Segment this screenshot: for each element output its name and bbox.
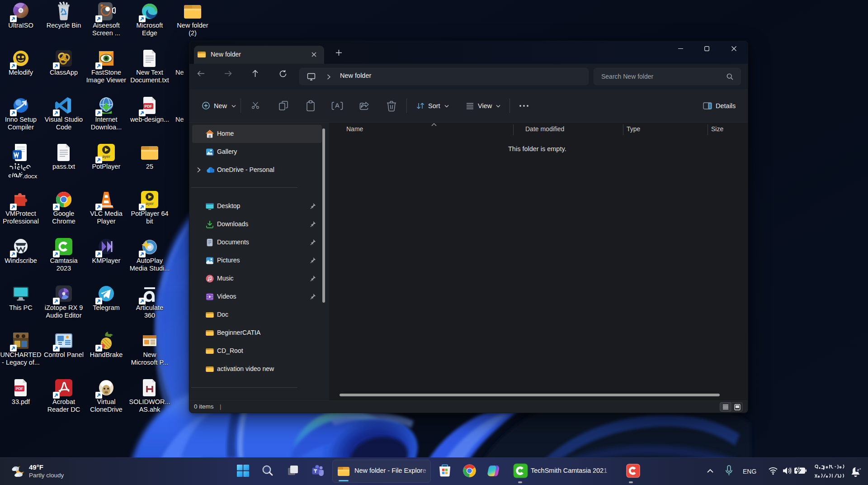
svg-text:PDF: PDF [16,386,24,391]
svg-text:PDF: PDF [145,104,152,109]
svg-text:ayer: ayer [102,154,110,159]
svg-text:ayer: ayer [146,201,154,206]
svg-text:z: z [857,468,859,472]
svg-text:z: z [859,467,861,470]
svg-text:.docx: .docx [23,173,38,180]
